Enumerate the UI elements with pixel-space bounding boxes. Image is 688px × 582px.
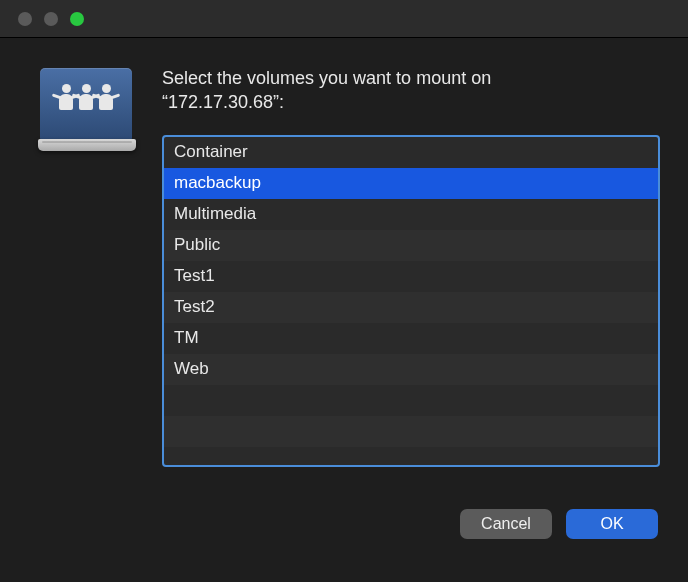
dialog-icon-column	[38, 66, 134, 467]
volume-row-empty[interactable]	[164, 416, 658, 447]
cancel-button[interactable]: Cancel	[460, 509, 552, 539]
dialog-prompt: Select the volumes you want to mount on …	[162, 66, 660, 115]
dialog-buttons: Cancel OK	[0, 487, 688, 539]
volume-row-empty[interactable]	[164, 385, 658, 416]
prompt-text-line2: “172.17.30.68”:	[162, 92, 284, 112]
volume-name: Web	[174, 359, 209, 379]
dialog-main-column: Select the volumes you want to mount on …	[162, 66, 660, 467]
volume-name: Test2	[174, 297, 215, 317]
minimize-window-button[interactable]	[44, 12, 58, 26]
volume-name: Multimedia	[174, 204, 256, 224]
volume-name: macbackup	[174, 173, 261, 193]
volume-row[interactable]: TM	[164, 323, 658, 354]
ok-button[interactable]: OK	[566, 509, 658, 539]
fullscreen-window-button[interactable]	[70, 12, 84, 26]
volume-list[interactable]: ContainermacbackupMultimediaPublicTest1T…	[162, 135, 660, 467]
volume-row[interactable]: Multimedia	[164, 199, 658, 230]
prompt-text-line1: Select the volumes you want to mount on	[162, 68, 491, 88]
volume-name: Container	[174, 142, 248, 162]
volume-name: TM	[174, 328, 199, 348]
volume-row[interactable]: macbackup	[164, 168, 658, 199]
volume-row[interactable]: Public	[164, 230, 658, 261]
volume-row[interactable]: Test1	[164, 261, 658, 292]
volume-name: Test1	[174, 266, 215, 286]
dialog-content: Select the volumes you want to mount on …	[0, 38, 688, 487]
volume-row[interactable]: Container	[164, 137, 658, 168]
window-titlebar	[0, 0, 688, 38]
network-drive-icon	[38, 68, 134, 164]
volume-name: Public	[174, 235, 220, 255]
close-window-button[interactable]	[18, 12, 32, 26]
volume-row[interactable]: Test2	[164, 292, 658, 323]
volume-row[interactable]: Web	[164, 354, 658, 385]
